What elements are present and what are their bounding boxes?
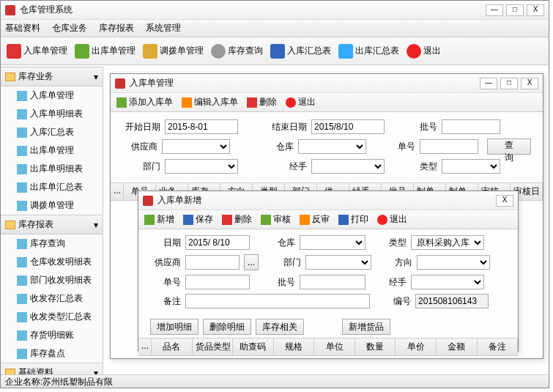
sidebar-item[interactable]: 入库汇总表: [1, 123, 103, 141]
lookup-button[interactable]: ...: [244, 254, 259, 270]
column-header[interactable]: 单位: [314, 339, 355, 355]
plus-icon: [116, 97, 127, 108]
batch-input[interactable]: [300, 275, 365, 289]
item-icon: [17, 294, 27, 304]
tb-inbound[interactable]: 入库单管理: [7, 44, 67, 59]
column-header[interactable]: 单价: [396, 339, 437, 355]
menu-item[interactable]: 仓库业务: [52, 22, 87, 34]
menu-item[interactable]: 基础资料: [5, 22, 40, 34]
item-icon: [17, 164, 27, 174]
app-icon: [5, 5, 15, 15]
sidebar-item[interactable]: 库存盘点: [1, 344, 103, 363]
tb-exit[interactable]: 退出: [407, 44, 441, 59]
column-header[interactable]: 规格: [274, 339, 315, 355]
close-icon: [286, 97, 296, 108]
column-header[interactable]: 货品类型: [193, 339, 234, 355]
dept-select[interactable]: [305, 255, 371, 270]
maximize-button[interactable]: □: [500, 78, 518, 89]
box-icon: [143, 44, 157, 59]
column-header[interactable]: 品名: [152, 339, 193, 355]
warehouse-select[interactable]: [298, 139, 366, 154]
panel-header[interactable]: 库存业务▾: [1, 67, 103, 86]
batch-input[interactable]: [442, 119, 500, 134]
item-icon: [17, 239, 27, 249]
menu-item[interactable]: 系统管理: [146, 22, 181, 34]
app-icon: [143, 196, 153, 206]
panel-header[interactable]: 基础资料▾: [1, 363, 103, 374]
sidebar-item[interactable]: 部门收发明细表: [1, 271, 103, 289]
supplier-input[interactable]: [185, 255, 240, 270]
delete-icon: [222, 215, 232, 225]
stock-related-button[interactable]: 库存相关: [256, 319, 304, 335]
sidebar-item[interactable]: 存货明细账: [1, 326, 103, 344]
new-product-button[interactable]: 新增货品: [342, 319, 390, 335]
form-area: 日期 仓库 类型原料采购入库 供应商... 部门 方向 单号 批号 经手 备注 …: [138, 229, 518, 316]
maximize-button[interactable]: □: [506, 4, 524, 16]
menu-item[interactable]: 库存报表: [99, 22, 134, 34]
tb-inbound-sum[interactable]: 入库汇总表: [270, 44, 331, 59]
del-detail-button[interactable]: 删除明细: [203, 319, 251, 335]
sidebar-item[interactable]: 入库单管理: [1, 86, 103, 105]
child1-title: 入库单管理: [130, 77, 480, 89]
chevron-icon: ▾: [94, 220, 98, 230]
item-icon: [17, 312, 27, 322]
new-button[interactable]: 新增: [144, 213, 174, 226]
close-button[interactable]: X: [527, 4, 544, 16]
direction-select[interactable]: [417, 255, 490, 270]
chevron-icon: ▾: [94, 368, 98, 375]
tb-stock-query[interactable]: 库存查询: [211, 44, 263, 59]
panel-header[interactable]: 库存报表▾: [1, 215, 103, 234]
remark-input[interactable]: [185, 294, 370, 308]
column-header[interactable]: 数量: [355, 339, 396, 355]
dept-select[interactable]: [165, 159, 238, 174]
unaudit-button[interactable]: 反审: [300, 213, 330, 226]
add-detail-button[interactable]: 增加明细: [150, 319, 198, 335]
sidebar-item[interactable]: 出库单汇总表: [1, 178, 103, 196]
add-button[interactable]: 添加入库单: [116, 96, 173, 108]
sidebar-item[interactable]: 入库单明细表: [1, 105, 103, 123]
filter-area: 开始日期 结束日期 批号 供应商 仓库 单号 查询 部门 经手 类型: [111, 112, 543, 182]
column-header[interactable]: 金额: [437, 339, 478, 355]
end-date-input[interactable]: [311, 119, 385, 134]
column-header[interactable]: 助查码: [233, 339, 274, 355]
sidebar-item[interactable]: 出库单管理: [1, 141, 103, 160]
tb-outbound[interactable]: 出库单管理: [75, 44, 136, 59]
docno-input[interactable]: [420, 139, 478, 154]
type-select[interactable]: 原料采购入库: [411, 235, 484, 250]
handler-select[interactable]: [311, 159, 385, 174]
column-header[interactable]: 备注: [478, 339, 519, 355]
save-button[interactable]: 保存: [183, 213, 213, 226]
close-button[interactable]: X: [521, 78, 538, 89]
row-selector[interactable]: ...: [111, 183, 124, 200]
item-icon: [17, 275, 27, 286]
type-select[interactable]: [442, 159, 500, 174]
sidebar-item[interactable]: 库存查询: [1, 234, 103, 253]
edit-button[interactable]: 编辑入库单: [182, 96, 238, 108]
sidebar-item[interactable]: 调拨单管理: [1, 196, 103, 215]
exit-button[interactable]: 退出: [286, 96, 316, 108]
query-button[interactable]: 查询: [487, 138, 531, 155]
delete-button[interactable]: 删除: [247, 96, 277, 108]
delete-button[interactable]: 删除: [222, 213, 252, 226]
print-button[interactable]: 打印: [338, 213, 368, 226]
row-selector[interactable]: ...: [138, 339, 152, 355]
folder-icon: [5, 221, 15, 229]
docno-input[interactable]: [185, 275, 250, 289]
exit-button[interactable]: 退出: [377, 213, 407, 226]
sidebar-item[interactable]: 仓库收发明细表: [1, 253, 103, 271]
sidebar-item[interactable]: 出库单明细表: [1, 160, 103, 178]
audit-button[interactable]: 审核: [261, 213, 291, 226]
tb-outbound-sum[interactable]: 出库汇总表: [338, 44, 399, 59]
close-button[interactable]: X: [496, 195, 513, 207]
minimize-button[interactable]: —: [480, 78, 497, 89]
start-date-input[interactable]: [165, 119, 238, 134]
handler-select[interactable]: [411, 275, 484, 289]
warehouse-select[interactable]: [300, 235, 365, 250]
folder-icon: [5, 369, 15, 375]
sidebar-item[interactable]: 收发存汇总表: [1, 289, 103, 308]
minimize-button[interactable]: —: [486, 4, 503, 16]
supplier-select[interactable]: [162, 139, 230, 154]
date-input[interactable]: [185, 235, 250, 250]
sidebar-item[interactable]: 收发类型汇总表: [1, 308, 103, 326]
tb-transfer[interactable]: 调拨单管理: [143, 44, 204, 59]
